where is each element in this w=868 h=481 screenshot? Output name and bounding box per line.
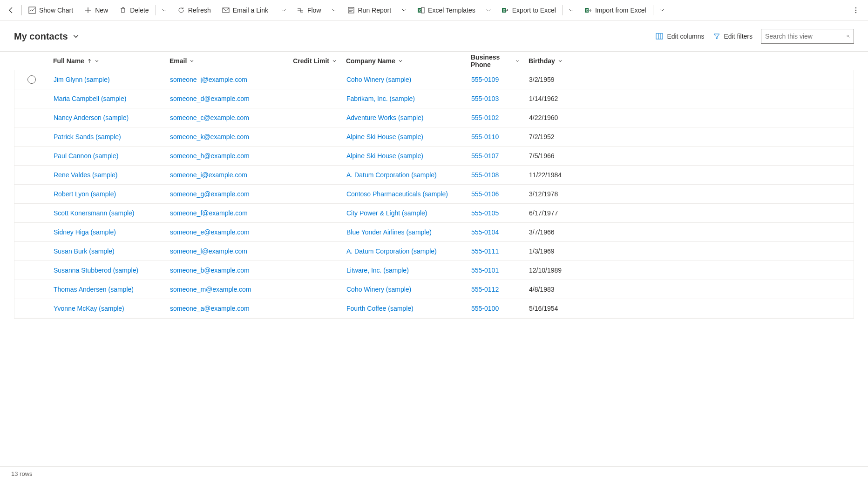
table-row[interactable]: Paul Cannon (sample)someone_h@example.co… bbox=[14, 147, 854, 166]
email-link[interactable]: someone_g@example.com bbox=[170, 190, 250, 198]
column-header-email[interactable]: Email bbox=[165, 57, 268, 65]
table-row[interactable]: Scott Konersmann (sample)someone_f@examp… bbox=[14, 204, 854, 223]
email-link-dropdown[interactable] bbox=[276, 0, 291, 20]
back-button[interactable] bbox=[2, 0, 20, 20]
delete-dropdown[interactable] bbox=[157, 0, 172, 20]
export-excel-dropdown[interactable] bbox=[564, 0, 579, 20]
email-link[interactable]: someone_l@example.com bbox=[170, 247, 247, 255]
email-link[interactable]: someone_b@example.com bbox=[170, 267, 250, 274]
email-link[interactable]: someone_h@example.com bbox=[170, 152, 250, 160]
table-row[interactable]: Rene Valdes (sample)someone_i@example.co… bbox=[14, 166, 854, 185]
fullname-link[interactable]: Susanna Stubberod (sample) bbox=[54, 267, 138, 274]
excel-templates-button[interactable]: X Excel Templates bbox=[412, 0, 481, 20]
fullname-link[interactable]: Yvonne McKay (sample) bbox=[54, 305, 124, 312]
new-button[interactable]: New bbox=[79, 0, 114, 20]
table-row[interactable]: Patrick Sands (sample)someone_k@example.… bbox=[14, 127, 854, 147]
phone-link[interactable]: 555-0101 bbox=[471, 267, 499, 274]
refresh-button[interactable]: Refresh bbox=[172, 0, 217, 20]
column-header-birthday[interactable]: Birthday bbox=[524, 57, 608, 65]
fullname-link[interactable]: Susan Burk (sample) bbox=[54, 247, 115, 255]
company-link[interactable]: Alpine Ski House (sample) bbox=[346, 152, 423, 160]
import-excel-button[interactable]: X Import from Excel bbox=[579, 0, 652, 20]
show-chart-button[interactable]: Show Chart bbox=[23, 0, 79, 20]
company-link[interactable]: Alpine Ski House (sample) bbox=[346, 133, 423, 140]
email-link[interactable]: someone_i@example.com bbox=[170, 171, 247, 179]
phone-link[interactable]: 555-0103 bbox=[471, 95, 499, 102]
fullname-link[interactable]: Jim Glynn (sample) bbox=[54, 76, 110, 83]
fullname-link[interactable]: Patrick Sands (sample) bbox=[54, 133, 121, 140]
company-link[interactable]: City Power & Light (sample) bbox=[346, 209, 427, 217]
table-row[interactable]: Susanna Stubberod (sample)someone_b@exam… bbox=[14, 261, 854, 280]
email-link[interactable]: someone_j@example.com bbox=[170, 76, 247, 83]
fullname-link[interactable]: Paul Cannon (sample) bbox=[54, 152, 118, 160]
chevron-down-icon bbox=[190, 59, 194, 63]
company-link[interactable]: Contoso Pharmaceuticals (sample) bbox=[346, 190, 448, 198]
phone-link[interactable]: 555-0106 bbox=[471, 190, 499, 198]
flow-button[interactable]: Flow bbox=[291, 0, 327, 20]
table-row[interactable]: Susan Burk (sample)someone_l@example.com… bbox=[14, 242, 854, 261]
run-report-dropdown[interactable] bbox=[397, 0, 412, 20]
table-row[interactable]: Sidney Higa (sample)someone_e@example.co… bbox=[14, 223, 854, 242]
phone-link[interactable]: 555-0102 bbox=[471, 114, 499, 121]
company-link[interactable]: Coho Winery (sample) bbox=[346, 286, 411, 293]
table-row[interactable]: Robert Lyon (sample)someone_g@example.co… bbox=[14, 185, 854, 204]
email-link[interactable]: someone_e@example.com bbox=[170, 228, 250, 236]
fullname-link[interactable]: Rene Valdes (sample) bbox=[54, 171, 117, 179]
email-link[interactable]: someone_f@example.com bbox=[170, 209, 248, 217]
import-excel-dropdown[interactable] bbox=[654, 0, 669, 20]
fullname-link[interactable]: Scott Konersmann (sample) bbox=[54, 209, 135, 217]
phone-link[interactable]: 555-0104 bbox=[471, 228, 499, 236]
column-header-phone[interactable]: Business Phone bbox=[466, 53, 524, 68]
table-row[interactable]: Thomas Andersen (sample)someone_m@exampl… bbox=[14, 280, 854, 299]
fullname-link[interactable]: Nancy Anderson (sample) bbox=[54, 114, 129, 121]
phone-link[interactable]: 555-0110 bbox=[471, 133, 499, 140]
email-link[interactable]: someone_k@example.com bbox=[170, 133, 249, 140]
birthday-cell: 3/7/1966 bbox=[524, 228, 608, 236]
fullname-link[interactable]: Thomas Andersen (sample) bbox=[54, 286, 134, 293]
company-link[interactable]: A. Datum Corporation (sample) bbox=[346, 171, 437, 179]
email-link-button[interactable]: Email a Link bbox=[217, 0, 274, 20]
email-link[interactable]: someone_c@example.com bbox=[170, 114, 249, 121]
row-radio[interactable] bbox=[27, 75, 36, 84]
phone-link[interactable]: 555-0111 bbox=[471, 247, 499, 255]
company-link[interactable]: Adventure Works (sample) bbox=[346, 114, 423, 121]
flow-dropdown[interactable] bbox=[327, 0, 342, 20]
phone-link[interactable]: 555-0108 bbox=[471, 171, 499, 179]
phone-link[interactable]: 555-0100 bbox=[471, 305, 499, 312]
excel-templates-dropdown[interactable] bbox=[481, 0, 496, 20]
email-link[interactable]: someone_d@example.com bbox=[170, 95, 250, 102]
column-header-fullname[interactable]: Full Name bbox=[48, 57, 165, 65]
fullname-link[interactable]: Maria Campbell (sample) bbox=[54, 95, 126, 102]
run-report-button[interactable]: Run Report bbox=[342, 0, 397, 20]
edit-columns-button[interactable]: Edit columns bbox=[656, 33, 704, 40]
search-input[interactable] bbox=[765, 33, 847, 40]
phone-link[interactable]: 555-0107 bbox=[471, 152, 499, 160]
company-link[interactable]: Blue Yonder Airlines (sample) bbox=[346, 228, 432, 236]
email-link[interactable]: someone_m@example.com bbox=[170, 286, 251, 293]
email-link[interactable]: someone_a@example.com bbox=[170, 305, 250, 312]
company-link[interactable]: Litware, Inc. (sample) bbox=[346, 267, 409, 274]
column-header-company[interactable]: Company Name bbox=[341, 57, 466, 65]
overflow-menu-button[interactable] bbox=[846, 0, 866, 20]
view-selector[interactable]: My contacts bbox=[14, 31, 79, 42]
company-link[interactable]: A. Datum Corporation (sample) bbox=[346, 247, 437, 255]
table-row[interactable]: Maria Campbell (sample)someone_d@example… bbox=[14, 89, 854, 108]
search-box[interactable] bbox=[761, 29, 854, 44]
delete-button[interactable]: Delete bbox=[114, 0, 154, 20]
phone-link[interactable]: 555-0109 bbox=[471, 76, 499, 83]
company-link[interactable]: Fabrikam, Inc. (sample) bbox=[346, 95, 415, 102]
edit-filters-button[interactable]: Edit filters bbox=[713, 33, 753, 40]
export-excel-button[interactable]: X Export to Excel bbox=[496, 0, 562, 20]
phone-link[interactable]: 555-0105 bbox=[471, 209, 499, 217]
company-link[interactable]: Fourth Coffee (sample) bbox=[346, 305, 414, 312]
table-row[interactable]: Jim Glynn (sample)someone_j@example.comC… bbox=[14, 70, 854, 89]
phone-link[interactable]: 555-0112 bbox=[471, 286, 499, 293]
table-row[interactable]: Yvonne McKay (sample)someone_a@example.c… bbox=[14, 299, 854, 318]
fullname-link[interactable]: Sidney Higa (sample) bbox=[54, 228, 116, 236]
table-row[interactable]: Nancy Anderson (sample)someone_c@example… bbox=[14, 108, 854, 127]
fullname-link[interactable]: Robert Lyon (sample) bbox=[54, 190, 116, 198]
svg-rect-5 bbox=[421, 7, 424, 13]
column-header-credit-limit[interactable]: Credit Limit bbox=[268, 57, 341, 65]
company-link[interactable]: Coho Winery (sample) bbox=[346, 76, 411, 83]
row-selector[interactable] bbox=[14, 75, 49, 84]
